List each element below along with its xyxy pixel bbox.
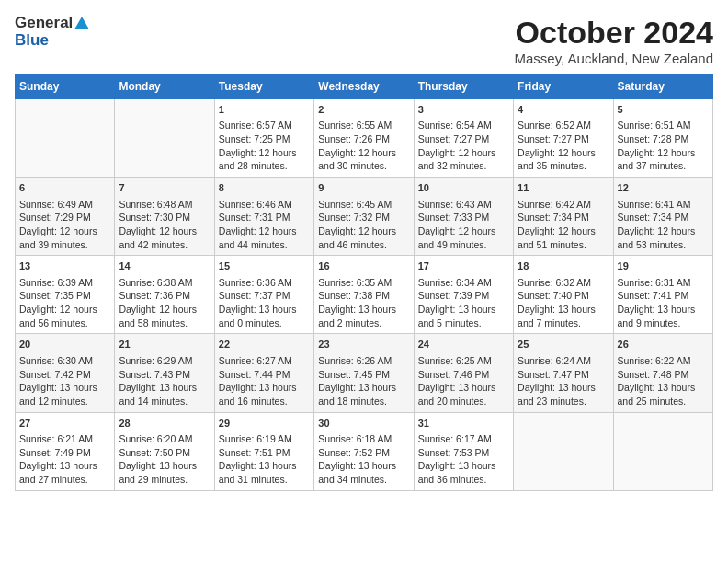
calendar-cell: 29Sunrise: 6:19 AMSunset: 7:51 PMDayligh… xyxy=(214,412,313,490)
calendar-body: 1Sunrise: 6:57 AMSunset: 7:25 PMDaylight… xyxy=(16,99,713,491)
cell-info-line: Sunset: 7:26 PM xyxy=(318,132,409,146)
cell-info-line: Sunrise: 6:30 AM xyxy=(19,354,110,368)
cell-info-line: and 28 minutes. xyxy=(219,159,310,173)
cell-info-line: Sunset: 7:38 PM xyxy=(318,289,409,303)
header-cell-thursday: Thursday xyxy=(414,75,513,99)
day-number: 26 xyxy=(618,338,709,351)
page-title: October 2024 xyxy=(515,15,714,51)
cell-info-line: Sunrise: 6:43 AM xyxy=(418,198,509,212)
calendar-cell: 21Sunrise: 6:29 AMSunset: 7:43 PMDayligh… xyxy=(115,334,214,412)
day-number: 13 xyxy=(19,259,110,273)
cell-info-line: and 0 minutes. xyxy=(219,316,310,330)
cell-info-line: and 46 minutes. xyxy=(318,238,409,252)
calendar-cell: 30Sunrise: 6:18 AMSunset: 7:52 PMDayligh… xyxy=(314,412,414,490)
cell-info-line: Sunset: 7:31 PM xyxy=(219,211,310,224)
cell-info-line: Sunrise: 6:27 AM xyxy=(219,354,310,368)
day-number: 30 xyxy=(318,417,409,431)
cell-info-line: Sunrise: 6:52 AM xyxy=(518,119,609,132)
cell-info-line: and 5 minutes. xyxy=(418,316,509,330)
cell-info-line: Sunrise: 6:31 AM xyxy=(618,276,709,290)
cell-info-line: Sunrise: 6:35 AM xyxy=(318,276,409,290)
day-number: 18 xyxy=(518,259,609,273)
calendar-cell: 28Sunrise: 6:20 AMSunset: 7:50 PMDayligh… xyxy=(115,412,214,490)
cell-info-line: Sunrise: 6:57 AM xyxy=(219,119,310,132)
calendar-cell: 31Sunrise: 6:17 AMSunset: 7:53 PMDayligh… xyxy=(414,412,513,490)
cell-info-line: Daylight: 12 hours xyxy=(518,146,609,160)
cell-info-line: Sunset: 7:44 PM xyxy=(219,368,310,382)
cell-info-line: Daylight: 12 hours xyxy=(418,146,509,160)
logo: General Blue xyxy=(15,15,89,49)
cell-info-line: and 16 minutes. xyxy=(219,395,310,408)
day-number: 25 xyxy=(518,338,609,351)
cell-info-line: Sunset: 7:28 PM xyxy=(618,132,709,146)
cell-info-line: Sunset: 7:32 PM xyxy=(318,211,409,224)
cell-info-line: Daylight: 12 hours xyxy=(618,224,709,238)
calendar-cell: 13Sunrise: 6:39 AMSunset: 7:35 PMDayligh… xyxy=(16,256,115,334)
cell-info-line: and 27 minutes. xyxy=(19,473,110,487)
day-number: 10 xyxy=(418,181,509,195)
header-cell-monday: Monday xyxy=(115,75,214,99)
calendar-week-3: 13Sunrise: 6:39 AMSunset: 7:35 PMDayligh… xyxy=(16,256,713,334)
calendar-cell: 18Sunrise: 6:32 AMSunset: 7:40 PMDayligh… xyxy=(514,256,613,334)
calendar-week-1: 1Sunrise: 6:57 AMSunset: 7:25 PMDaylight… xyxy=(16,99,713,178)
cell-info-line: and 37 minutes. xyxy=(618,159,709,173)
cell-info-line: Sunrise: 6:54 AM xyxy=(418,119,509,132)
cell-info-line: and 34 minutes. xyxy=(318,473,409,487)
cell-info-line: Sunset: 7:41 PM xyxy=(618,289,709,303)
cell-info-line: Sunrise: 6:34 AM xyxy=(418,276,509,290)
page-subtitle: Massey, Auckland, New Zealand xyxy=(515,51,714,66)
cell-info-line: and 39 minutes. xyxy=(19,238,110,252)
day-number: 9 xyxy=(318,181,409,195)
cell-info-line: and 12 minutes. xyxy=(19,395,110,408)
cell-info-line: Daylight: 13 hours xyxy=(418,459,509,473)
calendar-cell: 23Sunrise: 6:26 AMSunset: 7:45 PMDayligh… xyxy=(314,334,414,412)
cell-info-line: and 7 minutes. xyxy=(518,316,609,330)
cell-info-line: Sunset: 7:47 PM xyxy=(518,368,609,382)
cell-info-line: Sunrise: 6:45 AM xyxy=(318,198,409,212)
calendar-week-5: 27Sunrise: 6:21 AMSunset: 7:49 PMDayligh… xyxy=(16,412,713,490)
cell-info-line: Daylight: 12 hours xyxy=(119,224,210,238)
cell-info-line: Sunrise: 6:21 AM xyxy=(19,432,110,446)
cell-info-line: Daylight: 12 hours xyxy=(219,224,310,238)
cell-info-line: Sunrise: 6:24 AM xyxy=(518,354,609,368)
header-row: SundayMondayTuesdayWednesdayThursdayFrid… xyxy=(16,75,713,99)
cell-info-line: Sunset: 7:29 PM xyxy=(19,211,110,224)
day-number: 17 xyxy=(418,259,509,273)
calendar-week-2: 6Sunrise: 6:49 AMSunset: 7:29 PMDaylight… xyxy=(16,178,713,256)
header-cell-tuesday: Tuesday xyxy=(214,75,313,99)
cell-info-line: Sunrise: 6:46 AM xyxy=(219,198,310,212)
cell-info-line: Sunrise: 6:20 AM xyxy=(119,432,210,446)
cell-info-line: and 51 minutes. xyxy=(518,238,609,252)
calendar-cell xyxy=(16,99,115,178)
cell-info-line: Sunrise: 6:48 AM xyxy=(119,198,210,212)
day-number: 4 xyxy=(518,103,609,117)
cell-info-line: and 18 minutes. xyxy=(318,395,409,408)
cell-info-line: Sunset: 7:48 PM xyxy=(618,368,709,382)
cell-info-line: Daylight: 13 hours xyxy=(618,381,709,395)
cell-info-line: and 30 minutes. xyxy=(318,159,409,173)
cell-info-line: Daylight: 12 hours xyxy=(19,224,110,238)
cell-info-line: Sunset: 7:42 PM xyxy=(19,368,110,382)
cell-info-line: Sunrise: 6:51 AM xyxy=(618,119,709,132)
cell-info-line: Daylight: 13 hours xyxy=(418,303,509,316)
cell-info-line: and 49 minutes. xyxy=(418,238,509,252)
cell-info-line: and 36 minutes. xyxy=(418,473,509,487)
cell-info-line: Daylight: 12 hours xyxy=(318,146,409,160)
calendar-cell xyxy=(514,412,613,490)
day-number: 12 xyxy=(618,181,709,195)
day-number: 23 xyxy=(318,338,409,351)
cell-info-line: Daylight: 13 hours xyxy=(518,381,609,395)
day-number: 1 xyxy=(219,103,310,117)
cell-info-line: Sunset: 7:27 PM xyxy=(418,132,509,146)
cell-info-line: Sunrise: 6:42 AM xyxy=(518,198,609,212)
cell-info-line: and 2 minutes. xyxy=(318,316,409,330)
cell-info-line: Sunrise: 6:17 AM xyxy=(418,432,509,446)
cell-info-line: Sunset: 7:39 PM xyxy=(418,289,509,303)
cell-info-line: Sunset: 7:34 PM xyxy=(518,211,609,224)
cell-info-line: Sunset: 7:53 PM xyxy=(418,446,509,460)
day-number: 24 xyxy=(418,338,509,351)
day-number: 20 xyxy=(19,338,110,351)
cell-info-line: Daylight: 13 hours xyxy=(219,459,310,473)
calendar-cell: 15Sunrise: 6:36 AMSunset: 7:37 PMDayligh… xyxy=(214,256,313,334)
cell-info-line: and 35 minutes. xyxy=(518,159,609,173)
